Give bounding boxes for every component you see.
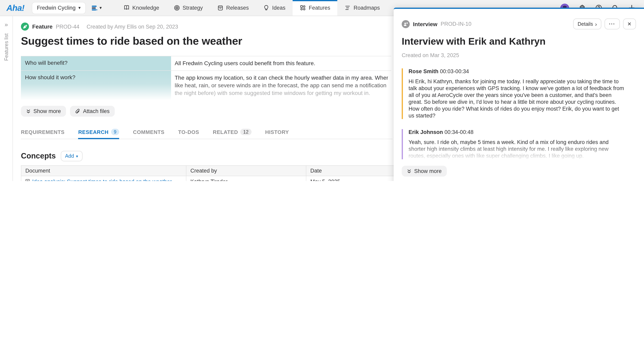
answer-line: like heat, rain, or severe winds are in … — [175, 82, 388, 89]
concepts-table: Document Created by Date Idea analysis: … — [21, 165, 408, 181]
description-row: How should it work? The app knows my loc… — [21, 71, 391, 100]
description-table: Who will benefit? All Fredwin Cycling us… — [21, 56, 391, 100]
caret-down-icon: ▾ — [78, 5, 80, 10]
close-icon: ✕ — [627, 21, 632, 27]
close-drawer-button[interactable]: ✕ — [623, 18, 636, 29]
details-button[interactable]: Details› — [573, 18, 601, 29]
nav-item-knowledge[interactable]: Knowledge — [116, 0, 167, 16]
concept-link[interactable]: Idea analysis: Suggest times to ride bas… — [32, 179, 172, 181]
column-header: Document — [21, 166, 186, 176]
nav-item-label: Ideas — [272, 5, 285, 11]
workspace-list-icon — [91, 5, 98, 11]
chevron-right-icon: › — [595, 22, 597, 26]
show-more-label: Show more — [414, 168, 442, 174]
quote-text: Hi Erik, hi Kathryn, thanks for joining … — [408, 78, 626, 119]
paperclip-icon — [76, 109, 80, 114]
tab-requirements[interactable]: REQUIREMENTS — [21, 126, 64, 139]
feature-type-label: Feature — [32, 23, 52, 30]
features-grid-icon — [300, 5, 306, 11]
section-title: Concepts — [21, 152, 56, 160]
answer-line: the night before) with some suggested ti… — [175, 89, 388, 97]
aha-logo[interactable]: Aha! — [6, 3, 24, 13]
more-options-button[interactable]: ··· — [604, 18, 620, 29]
description-question: How should it work? — [21, 71, 171, 100]
app-window: Aha! Fredwin Cycling ▾ ▾ Knowledge Strat… — [0, 0, 644, 181]
timestamp: 00:03-00:34 — [440, 68, 469, 74]
drawer-show-more-button[interactable]: Show more — [402, 166, 447, 177]
ellipsis-icon: ··· — [609, 21, 615, 27]
feature-id: PROD-44 — [56, 23, 79, 29]
show-more-label: Show more — [34, 108, 61, 114]
rail-label[interactable]: Features list — [4, 33, 9, 61]
interview-drawer: Interview PROD-IN-10 Details› ··· ✕ Inte… — [394, 8, 644, 181]
nav-item-label: Features — [309, 5, 330, 11]
drawer-header: Interview PROD-IN-10 Details› ··· ✕ — [402, 18, 636, 29]
show-more-button[interactable]: Show more — [21, 106, 66, 117]
nav-item-label: Strategy — [182, 5, 203, 11]
feature-type-icon — [21, 22, 29, 30]
transcript-quote: Rose Smith 00:03-00:34 Hi Erik, hi Kathr… — [402, 68, 636, 119]
tab-history[interactable]: HISTORY — [265, 126, 289, 139]
feature-created-text: Created by Amy Ellis on Sep 20, 2023 — [86, 23, 178, 29]
transcript-actions: Show more — [402, 166, 636, 177]
tab-todos[interactable]: TO-DOS — [178, 126, 199, 139]
tab-label: COMMENTS — [133, 129, 164, 135]
details-label: Details — [578, 21, 593, 27]
workspace-selector[interactable]: Fredwin Cycling ▾ — [32, 2, 86, 14]
drawer-record-id: PROD-IN-10 — [440, 21, 471, 27]
nav-item-strategy[interactable]: Strategy — [166, 0, 210, 16]
description-answer: All Fredwin Cycling users could benefit … — [171, 56, 391, 70]
features-list-rail: » Features list — [0, 16, 13, 181]
speaker-name: Erik Johnson — [408, 129, 443, 135]
nav-item-label: Knowledge — [132, 5, 160, 11]
column-header: Created by — [186, 166, 306, 176]
column-header: Date — [306, 166, 408, 176]
transcript-quote: Erik Johnson 00:34-00:48 Yeah, sure. I r… — [402, 129, 636, 159]
tab-label: REQUIREMENTS — [21, 129, 64, 135]
quote-header: Erik Johnson 00:34-00:48 — [408, 129, 636, 135]
calendar-icon — [217, 5, 224, 11]
workspace-name: Fredwin Cycling — [37, 5, 76, 11]
document-icon — [25, 179, 30, 181]
caret-down-icon: ▾ — [76, 154, 78, 158]
tab-count-badge: 9 — [111, 129, 119, 135]
target-icon — [174, 5, 180, 11]
nav-item-label: Roadmaps — [354, 5, 380, 11]
date-cell: May 5, 2025 — [306, 176, 408, 181]
nav-items: Knowledge Strategy Releases Ideas Featur… — [116, 0, 387, 16]
answer-line: All Fredwin Cycling users could benefit … — [175, 59, 388, 67]
timestamp: 00:34-00:48 — [444, 129, 474, 135]
nav-item-ideas[interactable]: Ideas — [256, 0, 292, 16]
document-cell: Idea analysis: Suggest times to ride bas… — [21, 176, 186, 181]
table-row: Idea analysis: Suggest times to ride bas… — [21, 176, 408, 181]
tab-label: HISTORY — [265, 129, 289, 135]
description-row: Who will benefit? All Fredwin Cycling us… — [21, 56, 391, 71]
tab-related[interactable]: RELATED12 — [213, 126, 252, 139]
nav-item-features[interactable]: Features — [292, 0, 338, 16]
double-chevron-right-icon: » — [5, 21, 8, 28]
expand-rail-button[interactable]: » — [0, 21, 12, 28]
table-header-row: Document Created by Date — [21, 166, 408, 176]
tab-count-badge: 12 — [240, 129, 252, 135]
nav-item-label: Releases — [226, 5, 249, 11]
lightbulb-icon — [263, 5, 269, 11]
double-chevron-down-icon — [407, 169, 411, 174]
attach-files-button[interactable]: Attach files — [70, 106, 115, 117]
concepts-add-button[interactable]: Add▾ — [60, 151, 82, 161]
nav-item-releases[interactable]: Releases — [210, 0, 256, 16]
description-question: Who will benefit? — [21, 56, 171, 70]
knowledge-icon — [124, 5, 130, 11]
nav-item-roadmaps[interactable]: Roadmaps — [338, 0, 387, 16]
speaker-name: Rose Smith — [408, 68, 438, 74]
quote-text: Yeah, sure. I ride oh, maybe 5 times a w… — [408, 139, 626, 159]
tab-comments[interactable]: COMMENTS — [133, 126, 164, 139]
created-by-cell: Kathryn Tirador — [186, 176, 306, 181]
tab-label: TO-DOS — [178, 129, 199, 135]
roadmap-bars-icon — [345, 5, 351, 11]
tab-research[interactable]: RESEARCH9 — [78, 126, 119, 139]
attach-files-label: Attach files — [83, 108, 110, 114]
interview-type-icon — [402, 20, 410, 28]
workspace-list-menu[interactable]: ▾ — [91, 5, 102, 11]
drawer-created-text: Created on Mar 3, 2025 — [402, 52, 636, 58]
add-label: Add — [65, 153, 74, 159]
